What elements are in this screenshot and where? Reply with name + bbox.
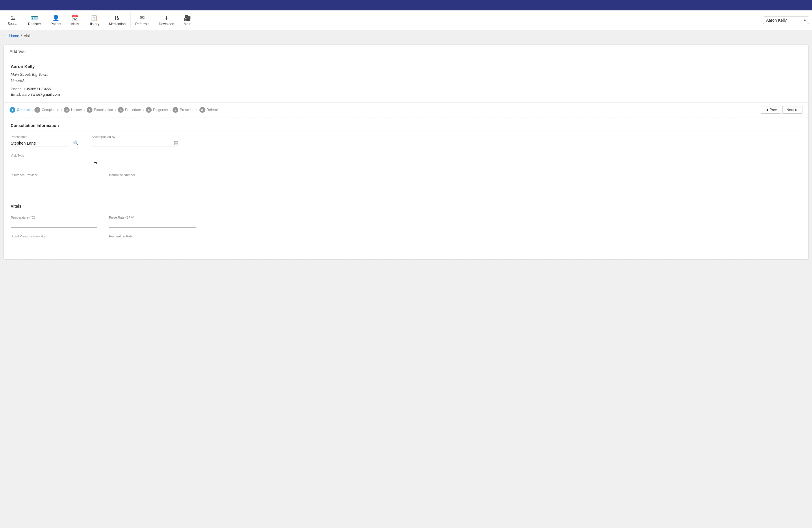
step-prescribe[interactable]: 7 Prescribe xyxy=(173,107,194,113)
accompanied-by-wrapper: ▤ xyxy=(91,140,178,147)
patient-address-line2: Limerick xyxy=(11,79,25,83)
nav-main-label: Main xyxy=(184,22,191,26)
breadcrumb-separator: / xyxy=(21,33,22,38)
insurance-number-input[interactable] xyxy=(109,178,195,185)
nav-main[interactable]: 🎥 Main xyxy=(179,12,196,28)
vitals-row-1: Temperature (°C) Pulse Rate (BPM) xyxy=(11,216,801,228)
temperature-input[interactable] xyxy=(11,220,97,228)
nav-referrals[interactable]: ✉ Referrals xyxy=(131,12,154,28)
nav-medication[interactable]: ℞ Medication xyxy=(104,12,131,28)
step-3-label: History xyxy=(71,108,82,112)
main-nav-icon: 🎥 xyxy=(184,14,191,22)
search-icon: 🔍 xyxy=(73,141,79,145)
steps-navigation: ◄ Prev Next ► xyxy=(761,106,802,114)
nav-visits[interactable]: 📅 Visits xyxy=(66,12,84,28)
email-label: Email: xyxy=(11,92,21,97)
insurance-provider-label: Insurance Provider xyxy=(11,173,97,177)
user-name: Aaron Kelly xyxy=(766,18,787,23)
nav-download[interactable]: ⬇ Download xyxy=(154,12,179,28)
nav-referrals-label: Referrals xyxy=(135,22,149,26)
step-6-label: Diagnose xyxy=(153,108,168,112)
prev-button[interactable]: ◄ Prev xyxy=(761,106,781,114)
respiration-label: Respiration Rate xyxy=(109,234,195,238)
step-8-badge: 8 xyxy=(199,107,205,113)
next-button[interactable]: Next ► xyxy=(782,106,802,114)
respiration-input[interactable] xyxy=(109,239,195,246)
visit-type-row: Visit Type xyxy=(11,154,801,166)
step-1-badge: 1 xyxy=(10,107,15,113)
step-diagnose[interactable]: 6 Diagnose xyxy=(146,107,168,113)
patient-address-line1: Main Street, Big Town, xyxy=(11,72,48,77)
patient-address: Main Street, Big Town, Limerick xyxy=(11,72,801,84)
nav-history[interactable]: 📋 History xyxy=(84,12,104,28)
step-arrow-2: › xyxy=(61,108,62,112)
accompanied-by-input[interactable] xyxy=(91,140,174,147)
practitioner-field-group: Practitioner 🔍 xyxy=(11,135,80,147)
step-procedure[interactable]: 5 Procedure xyxy=(118,107,141,113)
step-arrow-1: › xyxy=(31,108,33,112)
nav-download-label: Download xyxy=(159,22,174,26)
nav-history-label: History xyxy=(89,22,99,26)
step-referal[interactable]: 8 Referal xyxy=(199,107,218,113)
blood-pressure-field: Blood Pressure (mm Hg) xyxy=(11,234,97,246)
nav-medication-label: Medication xyxy=(109,22,126,26)
step-arrow-5: › xyxy=(143,108,144,112)
home-icon: ⌂ xyxy=(5,33,8,38)
nav-patient[interactable]: 👤 Patient xyxy=(46,12,66,28)
step-7-badge: 7 xyxy=(173,107,178,113)
history-nav-icon: 📋 xyxy=(90,14,98,22)
user-dropdown-arrow: ▾ xyxy=(804,18,806,23)
vitals-row-2: Blood Pressure (mm Hg) Respiration Rate xyxy=(11,234,801,246)
download-nav-icon: ⬇ xyxy=(164,14,169,22)
nav-register-label: Register xyxy=(28,22,41,26)
visit-type-select[interactable] xyxy=(11,158,97,166)
card-icon[interactable]: ▤ xyxy=(174,140,178,147)
nav-register[interactable]: 🪪 Register xyxy=(24,12,46,28)
step-arrow-3: › xyxy=(84,108,85,112)
insurance-provider-field: Insurance Provider xyxy=(11,173,97,185)
insurance-number-label: Insurance Number xyxy=(109,173,195,177)
visits-nav-icon: 📅 xyxy=(71,14,78,22)
practitioner-search-button[interactable]: 🔍 xyxy=(72,139,80,147)
blood-pressure-label: Blood Pressure (mm Hg) xyxy=(11,234,97,238)
pulse-input[interactable] xyxy=(109,220,195,228)
step-4-label: Examination xyxy=(94,108,113,112)
visit-type-field: Visit Type xyxy=(11,154,97,166)
temperature-field: Temperature (°C) xyxy=(11,216,97,228)
step-5-badge: 5 xyxy=(118,107,124,113)
register-nav-icon: 🪪 xyxy=(31,14,38,22)
visit-type-label: Visit Type xyxy=(11,154,97,157)
step-5-label: Procedure xyxy=(125,108,141,112)
practitioner-label: Practitioner xyxy=(11,135,69,139)
step-2-label: Complaints xyxy=(42,108,59,112)
respiration-field: Respiration Rate xyxy=(109,234,195,246)
accompanied-by-field: Accompanied By ▤ xyxy=(91,135,178,147)
consultation-section-title: Consultation Information xyxy=(11,123,801,130)
nav-visits-label: Visits xyxy=(71,22,79,26)
nav-search-label: Search xyxy=(8,22,18,26)
consultation-section: Consultation Information Practitioner 🔍 … xyxy=(4,117,808,198)
step-4-badge: 4 xyxy=(87,107,92,113)
phone-value: +353857123456 xyxy=(24,87,51,91)
step-arrow-6: › xyxy=(170,108,171,112)
step-history[interactable]: 3 History xyxy=(64,107,82,113)
insurance-provider-input[interactable] xyxy=(11,178,97,185)
step-7-label: Prescribe xyxy=(180,108,194,112)
nav-items: 🗂 Search 🪪 Register 👤 Patient 📅 Visits 📋… xyxy=(3,12,757,28)
top-bar xyxy=(0,0,812,10)
practitioner-input[interactable] xyxy=(11,140,69,147)
step-complaints[interactable]: 2 Complaints xyxy=(34,107,59,113)
breadcrumb: ⌂ Home / Visit xyxy=(0,30,812,41)
patient-phone: Phone: +353857123456 xyxy=(11,87,801,91)
phone-label: Phone: xyxy=(11,87,23,91)
blood-pressure-input[interactable] xyxy=(11,239,97,246)
step-examination[interactable]: 4 Examination xyxy=(87,107,113,113)
vitals-section: Vitals Temperature (°C) Pulse Rate (BPM)… xyxy=(4,198,808,259)
user-dropdown[interactable]: Aaron Kelly ▾ xyxy=(763,16,809,24)
search-nav-icon: 🗂 xyxy=(10,14,16,21)
nav-search[interactable]: 🗂 Search xyxy=(3,12,24,28)
patient-nav-icon: 👤 xyxy=(52,14,59,22)
step-general[interactable]: 1 General xyxy=(10,107,30,113)
nav-bar: 🗂 Search 🪪 Register 👤 Patient 📅 Visits 📋… xyxy=(0,10,812,30)
breadcrumb-home-link[interactable]: Home xyxy=(9,33,19,38)
